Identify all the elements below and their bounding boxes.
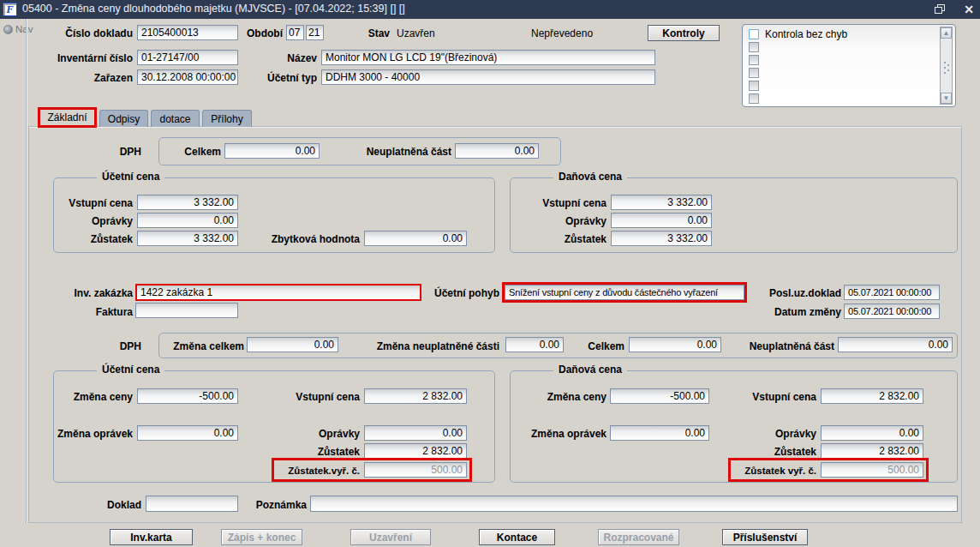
doc-number-field[interactable]: 2105400013 bbox=[137, 25, 238, 40]
checkbox[interactable] bbox=[749, 42, 759, 52]
book-depr-change-label: Změna oprávek bbox=[47, 428, 133, 440]
inv-karta-button[interactable]: Inv.karta bbox=[110, 529, 193, 545]
tax-price-change-field[interactable]: -500.00 bbox=[610, 388, 709, 404]
last-closed-doc-field[interactable]: 05.07.2021 00:00:00 bbox=[844, 285, 940, 300]
tax-remainder-label: Zůstatek bbox=[521, 233, 607, 245]
title-bar: F 05400 - Změna ceny dlouhodobého majetk… bbox=[0, 0, 980, 19]
inv-order-label: Inv. zakázka bbox=[47, 287, 133, 299]
check-list-scrollbar[interactable]: ▲ ▼ bbox=[940, 27, 953, 105]
scrollbar-up-icon[interactable]: ▲ bbox=[941, 27, 952, 39]
tax2-remainder-field[interactable]: 2 832.00 bbox=[821, 443, 923, 459]
vat-total-label: Celkem bbox=[170, 146, 221, 158]
vat2-total-field[interactable]: 0.00 bbox=[629, 337, 721, 352]
vat-change-unapplied-label: Změna neuplatněné části bbox=[364, 340, 499, 352]
vat-change-total-field[interactable]: 0.00 bbox=[247, 337, 338, 352]
tax-price-change-title: Daňová cena bbox=[553, 364, 627, 376]
tax2-depreciation-label: Oprávky bbox=[731, 428, 816, 440]
tax-remainder-field[interactable]: 3 332.00 bbox=[611, 231, 712, 246]
tax-depr-change-field[interactable]: 0.00 bbox=[610, 425, 709, 441]
tax-entry-price-label: Vstupní cena bbox=[521, 197, 607, 209]
asset-name-field[interactable]: Monitor MON LG LCD 19"(Březinová) bbox=[321, 50, 655, 65]
change-date-field[interactable]: 05.07.2021 00:00:00 bbox=[844, 304, 940, 319]
included-date-field[interactable]: 30.12.2008 00:00:00 bbox=[137, 69, 238, 85]
tab-odpisy[interactable]: Odpisy bbox=[99, 110, 148, 127]
residual-value-field[interactable]: 0.00 bbox=[364, 231, 467, 246]
uzavreni-button: Uzavření bbox=[350, 529, 431, 545]
checkbox-kontrola-bez-chyb[interactable] bbox=[749, 29, 759, 39]
account-movement-field[interactable]: Snížení vstupní ceny z důvodu částečného… bbox=[505, 285, 744, 300]
vat-change-total-label: Změna celkem bbox=[163, 340, 244, 352]
tax-disposal-remainder-label: Zůstatek vyř. č. bbox=[732, 466, 816, 476]
book-entry-price-field[interactable]: 3 332.00 bbox=[137, 195, 238, 210]
vat-unapplied-label: Neuplatněná část bbox=[349, 146, 451, 158]
book-price-change-field[interactable]: -500.00 bbox=[137, 388, 238, 404]
period-year-field[interactable]: 21 bbox=[306, 25, 324, 40]
tax2-entry-price-label: Vstupní cena bbox=[731, 391, 816, 403]
checkbox[interactable] bbox=[749, 93, 759, 104]
rozpracovane-button: Rozpracované bbox=[598, 529, 679, 545]
tax-depreciation-field[interactable]: 0.00 bbox=[611, 213, 712, 228]
app-logo-icon: F bbox=[3, 3, 17, 16]
account-type-field[interactable]: DDHM 3000 - 40000 bbox=[321, 69, 655, 85]
kontroly-button[interactable]: Kontroly bbox=[648, 25, 720, 41]
book-disposal-remainder-field[interactable]: 500.00 bbox=[364, 462, 467, 478]
note-field[interactable] bbox=[310, 496, 958, 512]
inv-order-field[interactable]: 1422 zakázka 1 bbox=[135, 284, 421, 301]
book-depr-change-field[interactable]: 0.00 bbox=[137, 425, 238, 441]
book-price-change-label: Změna ceny bbox=[47, 391, 133, 403]
book-entry-price-label: Vstupní cena bbox=[47, 197, 133, 209]
tax2-depreciation-field[interactable]: 0.00 bbox=[821, 425, 923, 441]
nav-radio-icon[interactable] bbox=[3, 25, 13, 34]
period-label: Období bbox=[231, 27, 283, 39]
book-depreciation-field[interactable]: 0.00 bbox=[137, 213, 238, 228]
vat-change-unapplied-field[interactable]: 0.00 bbox=[505, 337, 564, 352]
document-label: Doklad bbox=[90, 499, 141, 511]
book-disposal-remainder-label: Zůstatek.vyř. č. bbox=[276, 466, 360, 476]
scrollbar-grip[interactable] bbox=[944, 62, 946, 63]
vat2-unapplied-field[interactable]: 0.00 bbox=[838, 337, 953, 352]
vat-section-label: DPH bbox=[99, 146, 141, 158]
document-field[interactable] bbox=[146, 496, 238, 512]
nav-label[interactable]: Nav bbox=[15, 24, 33, 34]
vat2-unapplied-label: Neuplatněná část bbox=[732, 340, 834, 352]
zapis-konec-button: Zápis + konec bbox=[221, 529, 302, 545]
tax2-entry-price-field[interactable]: 2 832.00 bbox=[821, 388, 923, 404]
tab-dotace[interactable]: dotace bbox=[151, 110, 200, 127]
tax-price-change-label: Změna ceny bbox=[521, 391, 607, 403]
invoice-field[interactable] bbox=[135, 303, 238, 318]
vat-total-field[interactable]: 0.00 bbox=[224, 143, 320, 159]
vat-change-section-label: DPH bbox=[99, 340, 141, 352]
included-date-label: Zařazen bbox=[64, 72, 133, 84]
tab-prilohy[interactable]: Přílohy bbox=[202, 110, 252, 127]
tax-entry-price-field[interactable]: 3 332.00 bbox=[611, 195, 712, 210]
tax-disposal-remainder-field[interactable]: 500.00 bbox=[821, 462, 923, 478]
book2-entry-price-label: Vstupní cena bbox=[274, 391, 360, 403]
book2-entry-price-field[interactable]: 2 832.00 bbox=[364, 388, 467, 404]
checkbox[interactable] bbox=[749, 68, 759, 78]
check-list: Kontrola bez chyb ▲ ▼ bbox=[742, 24, 956, 107]
vat-unapplied-field[interactable]: 0.00 bbox=[455, 143, 539, 159]
kontace-button[interactable]: Kontace bbox=[479, 529, 555, 545]
tax-depreciation-label: Oprávky bbox=[521, 215, 607, 227]
last-closed-doc-label: Posl.uz.doklad bbox=[747, 287, 841, 299]
book2-remainder-field[interactable]: 2 832.00 bbox=[364, 443, 467, 459]
period-month-field[interactable]: 07 bbox=[286, 25, 304, 40]
checkbox[interactable] bbox=[749, 81, 759, 91]
state-label: Stav bbox=[360, 27, 390, 39]
checkbox[interactable] bbox=[749, 55, 759, 65]
book-price-title: Účetní cena bbox=[97, 171, 164, 183]
inventory-number-label: Inventární číslo bbox=[34, 52, 133, 64]
tab-zakladni[interactable]: Základní bbox=[38, 107, 97, 128]
book-remainder-field[interactable]: 3 332.00 bbox=[137, 231, 238, 246]
close-button[interactable]: ✕ bbox=[961, 3, 977, 16]
scrollbar-down-icon[interactable]: ▼ bbox=[941, 93, 952, 104]
inventory-number-field[interactable]: 01-27147/00 bbox=[137, 50, 238, 65]
book2-remainder-label: Zůstatek bbox=[274, 446, 360, 458]
checkbox-label: Kontrola bez chyb bbox=[765, 28, 847, 40]
book-remainder-label: Zůstatek bbox=[47, 233, 133, 245]
restore-button[interactable] bbox=[934, 3, 949, 16]
prislusenstvi-button[interactable]: Příslušenství bbox=[722, 529, 808, 545]
close-icon: ✕ bbox=[964, 3, 974, 16]
tax-price-title: Daňová cena bbox=[553, 171, 627, 183]
book2-depreciation-field[interactable]: 0.00 bbox=[364, 425, 467, 441]
